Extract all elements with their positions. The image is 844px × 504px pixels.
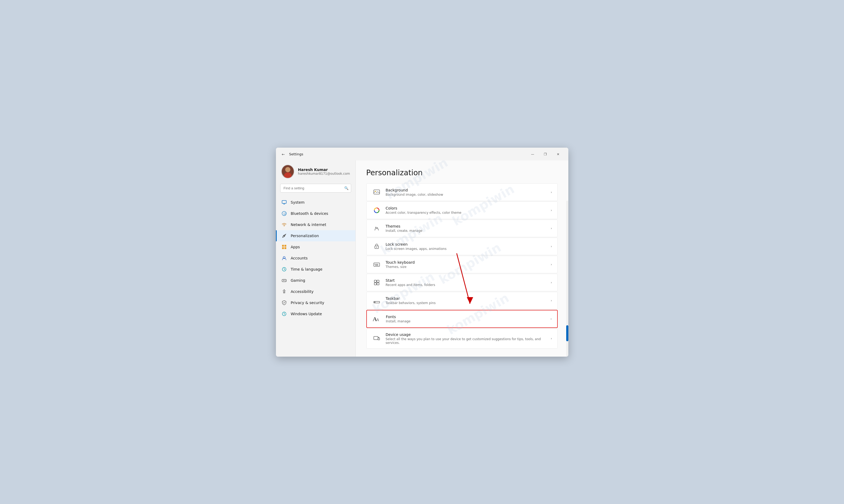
svg-rect-35 <box>377 283 379 285</box>
svg-rect-6 <box>283 203 285 204</box>
sidebar-item-network[interactable]: Network & internet <box>276 219 356 230</box>
system-icon <box>281 199 287 205</box>
colors-item-subtitle: Accent color, transparency effects, colo… <box>386 211 551 215</box>
lockscreen-icon <box>372 242 381 251</box>
settings-item-background[interactable]: Background Background image, color, slid… <box>366 183 558 201</box>
page-title: Personalization <box>366 168 558 177</box>
deviceusage-chevron: › <box>551 337 552 340</box>
sidebar-item-privacy[interactable]: Privacy & security <box>276 297 356 308</box>
colors-chevron: › <box>551 209 552 212</box>
sidebar-item-system-label: System <box>291 200 305 204</box>
fonts-item-text: Fonts Install, manage <box>386 315 551 323</box>
svg-rect-34 <box>374 283 376 285</box>
start-item-title: Start <box>386 278 551 283</box>
svg-rect-29 <box>376 264 377 265</box>
svg-rect-11 <box>282 245 284 247</box>
svg-point-19 <box>285 281 286 281</box>
svg-rect-30 <box>377 264 378 265</box>
sidebar-item-personalization[interactable]: Personalization <box>276 230 356 241</box>
start-chevron: › <box>551 281 552 284</box>
scrollbar-thumb[interactable] <box>566 325 568 341</box>
colors-item-title: Colors <box>386 206 551 210</box>
settings-item-fonts[interactable]: AA Fonts Install, manage › <box>366 310 558 328</box>
svg-text:☑: ☑ <box>283 212 286 215</box>
colors-item-text: Colors Accent color, transparency effect… <box>386 206 551 215</box>
themes-chevron: › <box>551 227 552 230</box>
back-button[interactable]: ← <box>280 151 287 158</box>
settings-item-colors[interactable]: Colors Accent color, transparency effect… <box>366 201 558 219</box>
maximize-button[interactable]: ❐ <box>540 150 551 158</box>
settings-item-themes[interactable]: Themes Install, create, manage › <box>366 220 558 237</box>
sidebar-item-update-label: Windows Update <box>291 312 322 316</box>
apps-icon <box>281 244 287 250</box>
settings-item-deviceusage[interactable]: Device usage Select all the ways you pla… <box>366 328 558 349</box>
time-icon <box>281 266 287 272</box>
lockscreen-item-text: Lock screen Lock screen images, apps, an… <box>386 242 551 251</box>
svg-point-26 <box>376 247 377 248</box>
sidebar-item-bluetooth[interactable]: ☑ Bluetooth & devices <box>276 208 356 219</box>
touchkeyboard-item-title: Touch keyboard <box>386 260 551 265</box>
privacy-icon <box>281 300 287 306</box>
sidebar-item-accessibility-label: Accessibility <box>291 289 314 294</box>
start-item-text: Start Recent apps and items, folders <box>386 278 551 287</box>
content-area: Haresh Kumar hareshkumar8171@outlook.com… <box>276 160 568 357</box>
background-item-title: Background <box>386 188 551 192</box>
update-icon <box>281 311 287 317</box>
settings-item-lockscreen[interactable]: Lock screen Lock screen images, apps, an… <box>366 238 558 255</box>
settings-item-taskbar[interactable]: Taskbar Taskbar behaviors, system pins › <box>366 292 558 309</box>
touchkeyboard-icon <box>372 260 381 269</box>
user-profile: Haresh Kumar hareshkumar8171@outlook.com <box>276 160 356 184</box>
sidebar-item-accessibility[interactable]: Accessibility <box>276 286 356 297</box>
fonts-chevron: › <box>551 317 552 321</box>
sidebar-item-time[interactable]: Time & language <box>276 264 356 275</box>
sidebar-item-gaming-label: Gaming <box>291 278 306 283</box>
user-email: hareshkumar8171@outlook.com <box>298 172 350 176</box>
settings-list: Background Background image, color, slid… <box>366 183 558 349</box>
accounts-icon <box>281 255 287 261</box>
themes-icon <box>372 223 381 233</box>
start-item-subtitle: Recent apps and items, folders <box>386 283 551 287</box>
start-icon <box>372 278 381 287</box>
svg-rect-31 <box>375 265 378 265</box>
sidebar-item-apps[interactable]: Apps <box>276 241 356 253</box>
sidebar-item-system[interactable]: System <box>276 197 356 208</box>
svg-point-23 <box>375 191 376 192</box>
search-icon: 🔍 <box>344 186 348 190</box>
gaming-icon <box>281 277 287 283</box>
deviceusage-item-subtitle: Select all the ways you plan to use your… <box>386 337 551 345</box>
user-info: Haresh Kumar hareshkumar8171@outlook.com <box>298 167 350 176</box>
settings-item-touchkeyboard[interactable]: Touch keyboard Themes, size › <box>366 256 558 273</box>
sidebar-item-accounts[interactable]: Accounts <box>276 253 356 264</box>
network-icon <box>281 222 287 228</box>
deviceusage-item-text: Device usage Select all the ways you pla… <box>386 332 551 345</box>
sidebar-item-accounts-label: Accounts <box>291 256 308 260</box>
title-bar: ← Settings — ❐ ✕ <box>276 148 568 160</box>
search-input[interactable] <box>280 184 351 193</box>
sidebar: Haresh Kumar hareshkumar8171@outlook.com… <box>276 160 356 357</box>
sidebar-item-gaming[interactable]: Gaming <box>276 275 356 286</box>
background-chevron: › <box>551 191 552 194</box>
sidebar-item-update[interactable]: Windows Update <box>276 308 356 320</box>
svg-rect-13 <box>282 247 284 249</box>
sidebar-item-bluetooth-label: Bluetooth & devices <box>291 211 328 216</box>
minimize-button[interactable]: — <box>527 150 538 158</box>
background-item-text: Background Background image, color, slid… <box>386 188 551 197</box>
taskbar-chevron: › <box>551 299 552 303</box>
sidebar-item-network-label: Network & internet <box>291 222 326 227</box>
svg-point-18 <box>285 280 285 281</box>
accessibility-icon <box>281 289 287 294</box>
svg-text:A: A <box>376 318 379 322</box>
svg-rect-14 <box>285 247 286 249</box>
taskbar-icon <box>372 296 381 305</box>
settings-item-start[interactable]: Start Recent apps and items, folders › <box>366 274 558 291</box>
search-box: 🔍 <box>280 184 351 193</box>
personalization-icon <box>281 233 287 239</box>
user-name: Haresh Kumar <box>298 167 350 172</box>
touchkeyboard-chevron: › <box>551 263 552 266</box>
deviceusage-item-title: Device usage <box>386 332 551 337</box>
close-button[interactable]: ✕ <box>552 150 564 158</box>
sidebar-item-personalization-label: Personalization <box>291 234 319 238</box>
scrollbar-track <box>566 201 568 357</box>
taskbar-item-text: Taskbar Taskbar behaviors, system pins <box>386 296 551 305</box>
svg-rect-41 <box>378 338 380 340</box>
